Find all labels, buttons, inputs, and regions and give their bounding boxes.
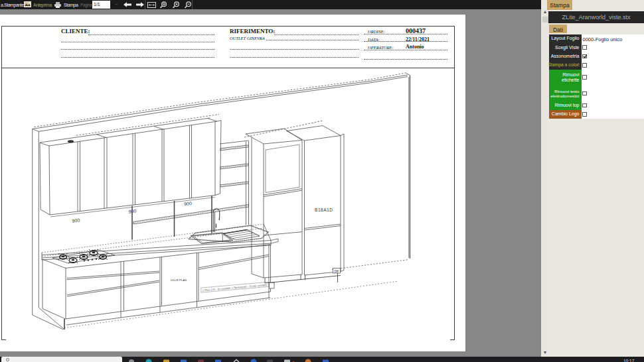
svg-text:D8: D8 (335, 269, 339, 273)
svg-text:2 Plas 120 - 3x cassetto + Ter: 2 Plas 120 - 3x cassetto + Termostato - … (202, 282, 276, 292)
svg-text:900: 900 (184, 201, 193, 207)
svg-text:900: 900 (72, 217, 80, 223)
svg-text:900: 900 (128, 208, 137, 214)
svg-text:DIL28 PLAS: DIL28 PLAS (171, 278, 187, 282)
svg-text:B18A1D: B18A1D (315, 208, 333, 212)
